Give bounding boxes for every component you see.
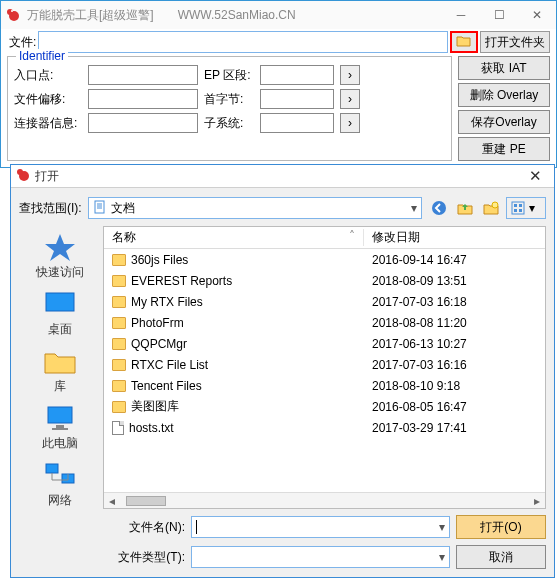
identifier-group: Identifier 入口点: EP 区段: › 文件偏移: 首字节: › 连接… bbox=[7, 56, 452, 161]
cancel-button[interactable]: 取消 bbox=[456, 545, 546, 569]
sort-asc-icon: ˄ bbox=[349, 229, 355, 243]
list-item[interactable]: Tencent Files2018-08-10 9:18 bbox=[104, 375, 545, 396]
item-name: PhotoFrm bbox=[131, 316, 184, 330]
item-name: 美图图库 bbox=[131, 398, 179, 415]
place-desktop[interactable]: 桌面 bbox=[25, 289, 95, 338]
get-iat-button[interactable]: 获取 IAT bbox=[458, 56, 550, 80]
svg-point-9 bbox=[432, 201, 446, 215]
open-folder-button[interactable]: 打开文件夹 bbox=[480, 31, 550, 53]
new-folder-button[interactable] bbox=[480, 197, 502, 219]
item-date: 2018-08-08 11:20 bbox=[364, 316, 545, 330]
firstbyte-label: 首字节: bbox=[204, 91, 254, 108]
chevron-down-icon: ▾ bbox=[439, 520, 445, 534]
file-list: 名称˄ 修改日期 360js Files2016-09-14 16:47EVER… bbox=[103, 226, 546, 509]
svg-rect-12 bbox=[514, 204, 517, 207]
scrollbar-thumb[interactable] bbox=[126, 496, 166, 506]
lookin-row: 查找范围(I): 文档 ▾ ▾ bbox=[19, 194, 546, 222]
item-name: RTXC File List bbox=[131, 358, 208, 372]
document-icon bbox=[93, 200, 107, 217]
place-network[interactable]: 网络 bbox=[25, 460, 95, 509]
firstbyte-input[interactable] bbox=[260, 89, 334, 109]
back-button[interactable] bbox=[428, 197, 450, 219]
subsys-arrow-button[interactable]: › bbox=[340, 113, 360, 133]
lookin-label: 查找范围(I): bbox=[19, 200, 82, 217]
scroll-left-icon: ◂ bbox=[104, 494, 120, 508]
group-title: Identifier bbox=[16, 49, 68, 63]
ep-arrow-button[interactable]: › bbox=[340, 65, 360, 85]
list-item[interactable]: EVEREST Reports2018-08-09 13:51 bbox=[104, 270, 545, 291]
item-name: hosts.txt bbox=[129, 421, 174, 435]
folder-icon bbox=[112, 317, 126, 329]
ep-input[interactable] bbox=[260, 65, 334, 85]
svg-point-1 bbox=[7, 9, 13, 15]
titlebar: 万能脱壳工具[超级巡警] WWW.52SanMiao.CN ─ ☐ ✕ bbox=[1, 1, 556, 29]
item-name: QQPCMgr bbox=[131, 337, 187, 351]
svg-rect-15 bbox=[519, 209, 522, 212]
list-item[interactable]: My RTX Files2017-07-03 16:18 bbox=[104, 291, 545, 312]
list-item[interactable]: RTXC File List2017-07-03 16:16 bbox=[104, 354, 545, 375]
delete-overlay-button[interactable]: 删除 Overlay bbox=[458, 83, 550, 107]
file-path-input[interactable] bbox=[38, 31, 448, 53]
open-button[interactable]: 打开(O) bbox=[456, 515, 546, 539]
close-button[interactable]: ✕ bbox=[518, 3, 556, 27]
list-item[interactable]: QQPCMgr2017-06-13 10:27 bbox=[104, 333, 545, 354]
star-icon bbox=[42, 232, 78, 262]
list-item[interactable]: 360js Files2016-09-14 16:47 bbox=[104, 249, 545, 270]
dialog-close-button[interactable]: ✕ bbox=[516, 167, 554, 185]
item-name: Tencent Files bbox=[131, 379, 202, 393]
window-url: WWW.52SanMiao.CN bbox=[178, 8, 442, 22]
computer-icon bbox=[42, 403, 78, 433]
svg-rect-5 bbox=[95, 201, 104, 213]
entry-input[interactable] bbox=[88, 65, 198, 85]
item-name: 360js Files bbox=[131, 253, 188, 267]
dialog-icon bbox=[15, 167, 31, 186]
save-overlay-button[interactable]: 保存Overlay bbox=[458, 110, 550, 134]
rebuild-pe-button[interactable]: 重建 PE bbox=[458, 137, 550, 161]
view-menu-button[interactable]: ▾ bbox=[506, 197, 546, 219]
place-quick-access[interactable]: 快速访问 bbox=[25, 232, 95, 281]
item-date: 2016-08-05 16:47 bbox=[364, 400, 545, 414]
subsys-input[interactable] bbox=[260, 113, 334, 133]
desktop-icon bbox=[42, 289, 78, 319]
chevron-right-icon: › bbox=[348, 92, 352, 106]
side-buttons: 获取 IAT 删除 Overlay 保存Overlay 重建 PE bbox=[458, 56, 550, 161]
filename-input[interactable]: ▾ bbox=[191, 516, 450, 538]
column-headers[interactable]: 名称˄ 修改日期 bbox=[104, 227, 545, 249]
item-date: 2017-03-29 17:41 bbox=[364, 421, 545, 435]
item-date: 2017-06-13 10:27 bbox=[364, 337, 545, 351]
file-label: 文件: bbox=[9, 34, 36, 51]
maximize-button[interactable]: ☐ bbox=[480, 3, 518, 27]
chevron-down-icon: ▾ bbox=[411, 201, 417, 215]
chevron-down-icon: ▾ bbox=[439, 550, 445, 564]
place-libraries[interactable]: 库 bbox=[25, 346, 95, 395]
list-item[interactable]: 美图图库2016-08-05 16:47 bbox=[104, 396, 545, 417]
svg-rect-21 bbox=[52, 428, 68, 430]
horizontal-scrollbar[interactable]: ◂ ▸ bbox=[104, 492, 545, 508]
network-icon bbox=[42, 460, 78, 490]
svg-rect-20 bbox=[56, 425, 64, 428]
list-item[interactable]: PhotoFrm2018-08-08 11:20 bbox=[104, 312, 545, 333]
list-item[interactable]: hosts.txt2017-03-29 17:41 bbox=[104, 417, 545, 438]
scroll-right-icon: ▸ bbox=[529, 494, 545, 508]
place-this-pc[interactable]: 此电脑 bbox=[25, 403, 95, 452]
col-date-header: 修改日期 bbox=[364, 229, 545, 246]
firstbyte-arrow-button[interactable]: › bbox=[340, 89, 360, 109]
col-name-header: 名称 bbox=[112, 230, 136, 244]
offset-input[interactable] bbox=[88, 89, 198, 109]
places-bar: 快速访问 桌面 库 此电脑 网络 bbox=[19, 226, 101, 509]
item-date: 2016-09-14 16:47 bbox=[364, 253, 545, 267]
chevron-right-icon: › bbox=[348, 116, 352, 130]
linker-input[interactable] bbox=[88, 113, 198, 133]
file-toolbar: 文件: 打开文件夹 bbox=[1, 29, 556, 54]
up-button[interactable] bbox=[454, 197, 476, 219]
item-name: EVEREST Reports bbox=[131, 274, 232, 288]
item-date: 2017-07-03 16:16 bbox=[364, 358, 545, 372]
lookin-combo[interactable]: 文档 ▾ bbox=[88, 197, 422, 219]
svg-rect-17 bbox=[46, 293, 74, 311]
browse-button[interactable] bbox=[450, 31, 478, 53]
svg-point-10 bbox=[492, 202, 498, 208]
svg-marker-16 bbox=[45, 234, 75, 261]
window-title: 万能脱壳工具[超级巡警] bbox=[27, 7, 154, 24]
minimize-button[interactable]: ─ bbox=[442, 3, 480, 27]
filetype-combo[interactable]: ▾ bbox=[191, 546, 450, 568]
